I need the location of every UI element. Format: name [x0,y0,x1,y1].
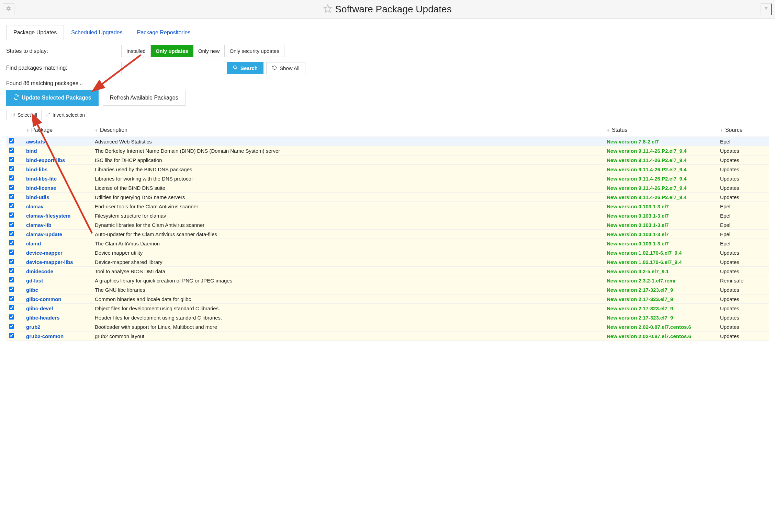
package-description: Dynamic libraries for the Clam Antivirus… [92,220,604,230]
select-all-button[interactable]: Select all [6,110,42,120]
row-checkbox[interactable] [9,212,14,218]
search-button[interactable]: Search [227,62,263,74]
package-link[interactable]: grub2 [26,324,41,330]
package-description: The GNU libc libraries [92,285,604,294]
row-checkbox[interactable] [9,194,14,199]
package-description: Libraries used by the BIND DNS packages [92,165,604,174]
package-link[interactable]: bind-libs-lite [26,176,57,182]
package-link[interactable]: glibc-devel [26,305,53,311]
table-row: glibc-commonCommon binaries and locale d… [6,294,769,304]
found-count: Found 86 matching packages .. [6,80,769,86]
row-checkbox[interactable] [9,259,14,264]
package-description: Advanced Web Statistics [92,137,604,146]
row-checkbox[interactable] [9,250,14,255]
state-filter-installed[interactable]: Installed [121,45,151,57]
package-source: Updates [717,257,769,267]
showall-button[interactable]: Show All [266,62,305,74]
package-description: grub2 common layout [92,332,604,341]
state-filter-only-updates[interactable]: Only updates [151,45,193,57]
package-source: Epel [717,211,769,220]
col-description[interactable]: ▲▼Description [92,124,604,137]
package-link[interactable]: device-mapper-libs [26,259,73,265]
package-description: End-user tools for the Clam Antivirus sc… [92,202,604,211]
state-filter-only-security-updates[interactable]: Only security updates [225,45,284,57]
package-link[interactable]: clamav [26,204,44,209]
row-checkbox[interactable] [9,277,14,282]
package-link[interactable]: bind-export-libs [26,157,65,163]
package-link[interactable]: device-mapper [26,250,63,256]
package-source: Epel [717,202,769,211]
package-link[interactable]: bind-utils [26,194,49,200]
package-link[interactable]: clamav-update [26,231,62,237]
row-checkbox[interactable] [9,138,14,143]
tab-package-updates[interactable]: Package Updates [6,25,64,40]
filter-button[interactable] [761,3,772,15]
package-status: New version 2.3.2-1.el7.remi [607,278,675,284]
package-status: New version 2.17-323.el7_9 [607,296,673,302]
package-link[interactable]: gd-last [26,278,43,284]
row-checkbox[interactable] [9,185,14,190]
col-package[interactable]: ▲▼Package [23,124,92,137]
row-checkbox[interactable] [9,175,14,181]
table-row: bind-export-libsISC libs for DHCP applic… [6,155,769,165]
refresh-icon [13,94,19,101]
tab-package-repositories[interactable]: Package Repositories [130,25,198,40]
row-checkbox[interactable] [9,222,14,227]
update-selected-label: Update Selected Packages [22,95,91,101]
package-description: Utilities for querying DNS name servers [92,193,604,202]
package-status: New version 0.103.1-3.el7 [607,222,669,228]
package-link[interactable]: bind [26,148,37,154]
row-checkbox[interactable] [9,231,14,236]
package-source: Updates [717,304,769,313]
table-row: clamavEnd-user tools for the Clam Antivi… [6,202,769,211]
search-input[interactable] [121,62,224,74]
col-status[interactable]: ▲▼Status [604,124,717,137]
package-link[interactable]: clamav-filesystem [26,213,70,219]
row-checkbox[interactable] [9,305,14,310]
package-link[interactable]: bind-license [26,185,56,191]
package-link[interactable]: bind-libs [26,166,48,172]
table-row: clamav-filesystemFilesystem structure fo… [6,211,769,220]
package-status: New version 3.2-5.el7_9.1 [607,268,669,274]
row-checkbox[interactable] [9,324,14,329]
row-checkbox[interactable] [9,157,14,162]
package-status: New version 1.02.170-6.el7_9.4 [607,250,682,256]
row-checkbox[interactable] [9,314,14,320]
search-icon [233,65,238,71]
invert-selection-button[interactable]: Invert selection [42,110,89,120]
package-link[interactable]: awstats [26,139,45,144]
package-link[interactable]: glibc-headers [26,315,60,321]
refresh-available-button[interactable]: Refresh Available Packages [103,90,186,106]
table-row: device-mapperDevice mapper utilityNew ve… [6,248,769,257]
package-description: The Clam AntiVirus Daemon [92,239,604,248]
table-row: glibc-headersHeader files for developmen… [6,313,769,322]
package-source: Updates [717,322,769,332]
row-checkbox[interactable] [9,287,14,292]
package-link[interactable]: clamav-lib [26,222,51,228]
package-source: Updates [717,248,769,257]
row-checkbox[interactable] [9,148,14,153]
table-row: dmidecodeTool to analyse BIOS DMI dataNe… [6,267,769,276]
package-link[interactable]: glibc [26,287,38,293]
package-link[interactable]: dmidecode [26,268,53,274]
row-checkbox[interactable] [9,296,14,301]
tab-scheduled-upgrades[interactable]: Scheduled Upgrades [64,25,130,40]
package-link[interactable]: grub2-common [26,333,64,339]
col-source[interactable]: ▲▼Source [717,124,769,137]
row-checkbox[interactable] [9,203,14,208]
row-checkbox[interactable] [9,333,14,338]
package-link[interactable]: clamd [26,241,41,246]
row-checkbox[interactable] [9,166,14,171]
package-status: New version 0.103.1-3.el7 [607,231,669,237]
package-description: Header files for development using stand… [92,313,604,322]
table-row: glibc-develObject files for development … [6,304,769,313]
update-selected-button[interactable]: Update Selected Packages [6,90,99,106]
settings-button[interactable] [3,3,14,15]
package-source: Updates [717,267,769,276]
package-description: The Berkeley Internet Name Domain (BIND)… [92,146,604,155]
package-link[interactable]: glibc-common [26,296,61,302]
state-filter-only-new[interactable]: Only new [193,45,225,57]
row-checkbox[interactable] [9,268,14,273]
row-checkbox[interactable] [9,240,14,245]
package-status: New version 1.02.170-6.el7_9.4 [607,259,682,265]
